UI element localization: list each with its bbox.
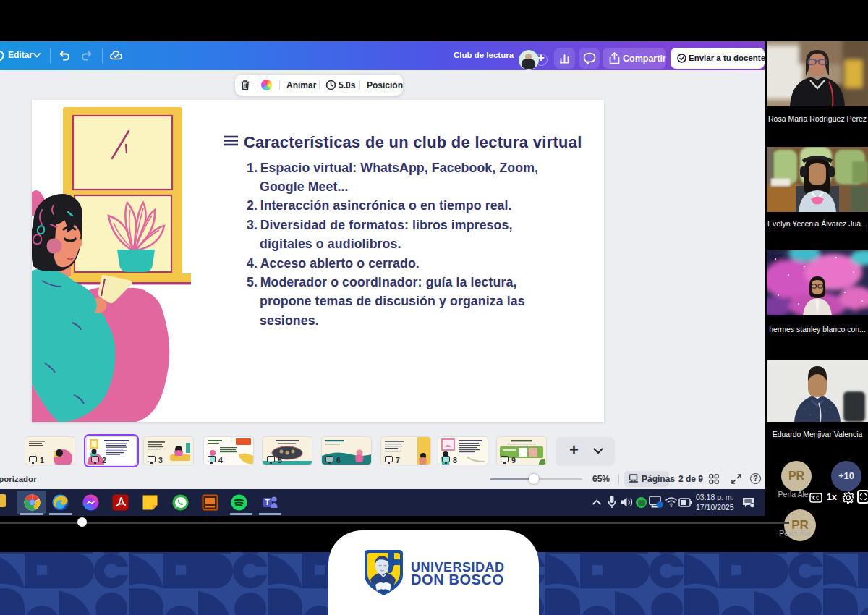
svg-text:T: T [265,499,269,506]
